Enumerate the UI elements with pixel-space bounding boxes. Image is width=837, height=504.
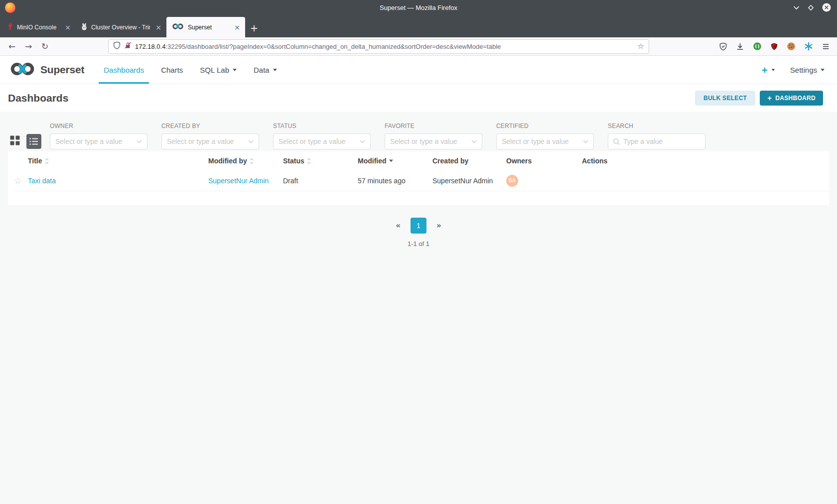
menu-hamburger-icon[interactable] bbox=[822, 42, 830, 51]
status-cell: Draft bbox=[283, 177, 358, 185]
settings-label: Settings bbox=[790, 66, 817, 74]
browser-tab-bar: MinIO Console × Cluster Overview - Trino… bbox=[0, 15, 837, 37]
tab-close-icon[interactable]: × bbox=[155, 23, 161, 31]
sort-icon bbox=[250, 158, 254, 164]
select-placeholder: Select or type a value bbox=[390, 137, 457, 145]
bookmark-star-icon[interactable]: ☆ bbox=[638, 42, 644, 51]
settings-menu-button[interactable]: Settings bbox=[790, 66, 825, 74]
created-by-select[interactable]: Select or type a value bbox=[161, 133, 259, 149]
filter-label: OWNER bbox=[50, 123, 147, 129]
new-dashboard-button[interactable]: + DASHBOARD bbox=[760, 91, 823, 106]
next-page-button[interactable]: » bbox=[436, 221, 441, 230]
table-row: ☆ Taxi data SupersetNur Admin Draft 57 m… bbox=[14, 170, 829, 191]
nav-item-dashboards[interactable]: Dashboards bbox=[95, 56, 152, 84]
column-header-created-by: Created by bbox=[432, 157, 506, 165]
card-view-toggle[interactable] bbox=[10, 135, 20, 147]
search-input[interactable] bbox=[623, 137, 700, 145]
tab-close-icon[interactable]: × bbox=[65, 23, 71, 31]
chevron-down-icon bbox=[821, 69, 825, 71]
search-icon bbox=[613, 138, 620, 145]
nav-item-data[interactable]: Data bbox=[245, 56, 285, 84]
modified-by-link[interactable]: SupersetNur Admin bbox=[208, 177, 269, 185]
tab-title: MinIO Console bbox=[17, 24, 59, 31]
chevron-down-icon bbox=[360, 140, 365, 143]
filter-label: SEARCH bbox=[608, 123, 705, 129]
filter-label: STATUS bbox=[273, 123, 371, 129]
superset-brand[interactable]: Superset bbox=[8, 62, 84, 78]
favorite-star-icon[interactable]: ☆ bbox=[14, 176, 21, 186]
bulk-select-button[interactable]: BULK SELECT bbox=[695, 91, 755, 106]
chevron-down-icon bbox=[233, 69, 237, 71]
page-1-button[interactable]: 1 bbox=[411, 218, 426, 234]
table-header-row: Title Modified by Status Modified Create… bbox=[14, 151, 829, 170]
column-header-modified-by[interactable]: Modified by bbox=[208, 157, 283, 165]
dashboard-title-link[interactable]: Taxi data bbox=[28, 177, 56, 185]
previous-page-button[interactable]: « bbox=[396, 221, 401, 230]
nav-item-charts[interactable]: Charts bbox=[152, 56, 191, 84]
browser-tab-superset[interactable]: Superset × bbox=[166, 17, 245, 37]
column-label: Modified by bbox=[208, 157, 247, 165]
dashboard-list-content: OWNER Select or type a value CREATED BY … bbox=[0, 112, 837, 504]
browser-tab-trino[interactable]: Cluster Overview - Trino × bbox=[76, 17, 166, 37]
owner-avatar[interactable]: SA bbox=[506, 175, 518, 187]
tab-close-icon[interactable]: × bbox=[234, 23, 240, 31]
browser-tab-minio[interactable]: MinIO Console × bbox=[2, 17, 76, 37]
list-view-toggle[interactable] bbox=[26, 134, 41, 149]
owner-select[interactable]: Select or type a value bbox=[50, 133, 147, 149]
cookie-icon[interactable] bbox=[787, 42, 796, 51]
filter-search: SEARCH bbox=[608, 123, 705, 149]
column-label: Created by bbox=[432, 157, 468, 165]
extension-asterisk-icon[interactable] bbox=[804, 42, 813, 51]
new-dashboard-label: DASHBOARD bbox=[775, 95, 816, 102]
window-maximize-button[interactable] bbox=[808, 4, 814, 11]
superset-infinity-icon bbox=[171, 23, 184, 31]
minio-flamingo-icon bbox=[7, 23, 13, 32]
trino-bunny-icon bbox=[81, 23, 88, 32]
extension-green-circle-icon[interactable] bbox=[753, 42, 762, 51]
brand-name: Superset bbox=[40, 64, 84, 76]
back-button[interactable]: ← bbox=[5, 39, 19, 53]
window-minimize-button[interactable] bbox=[793, 5, 800, 10]
permissions-shield-check-icon[interactable] bbox=[719, 42, 727, 51]
created-by-cell: SupersetNur Admin bbox=[432, 177, 506, 185]
select-placeholder: Select or type a value bbox=[279, 137, 346, 145]
new-tab-button[interactable]: + bbox=[250, 23, 258, 33]
chevron-down-icon bbox=[273, 69, 277, 71]
column-header-title[interactable]: Title bbox=[28, 157, 208, 165]
column-label: Actions bbox=[582, 157, 607, 165]
column-label: Owners bbox=[506, 157, 532, 165]
downloads-icon[interactable] bbox=[736, 42, 744, 51]
column-label: Title bbox=[28, 157, 42, 165]
column-header-owners: Owners bbox=[506, 157, 582, 165]
column-header-actions: Actions bbox=[582, 157, 829, 165]
url-text[interactable]: 172.18.0.4:32295/dashboard/list/?pageInd… bbox=[135, 43, 634, 50]
chevron-down-icon bbox=[471, 140, 477, 143]
insecure-lock-icon[interactable] bbox=[124, 41, 132, 51]
browser-toolbar: ← → ↻ 172.18.0.4:32295/dashboard/list/?p… bbox=[0, 37, 837, 56]
sort-icon bbox=[307, 158, 311, 164]
chevron-down-icon bbox=[248, 140, 254, 143]
status-select[interactable]: Select or type a value bbox=[273, 133, 371, 149]
column-header-status[interactable]: Status bbox=[283, 157, 358, 165]
select-placeholder: Select or type a value bbox=[55, 137, 123, 145]
tab-title: Superset bbox=[188, 24, 229, 31]
favorite-select[interactable]: Select or type a value bbox=[385, 133, 482, 149]
nav-item-label: Charts bbox=[161, 66, 183, 74]
sort-icon bbox=[45, 158, 49, 164]
new-item-menu-button[interactable]: + bbox=[762, 65, 775, 75]
column-header-modified[interactable]: Modified bbox=[358, 157, 432, 165]
certified-select[interactable]: Select or type a value bbox=[496, 133, 594, 149]
column-label: Modified bbox=[358, 157, 387, 165]
forward-button[interactable]: → bbox=[21, 39, 35, 53]
nav-item-sql-lab[interactable]: SQL Lab bbox=[191, 56, 245, 84]
filter-label: CREATED BY bbox=[161, 123, 259, 129]
filter-certified: CERTIFIED Select or type a value bbox=[496, 123, 594, 149]
dashboards-table: Title Modified by Status Modified Create… bbox=[8, 151, 829, 205]
window-titlebar: Superset — Mozilla Firefox bbox=[0, 0, 837, 15]
ublock-shield-icon[interactable] bbox=[770, 42, 778, 51]
filter-status: STATUS Select or type a value bbox=[273, 123, 371, 149]
tracking-shield-icon[interactable] bbox=[113, 41, 121, 51]
reload-button[interactable]: ↻ bbox=[38, 39, 52, 53]
window-close-button[interactable] bbox=[822, 3, 831, 12]
url-bar[interactable]: 172.18.0.4:32295/dashboard/list/?pageInd… bbox=[108, 39, 649, 54]
